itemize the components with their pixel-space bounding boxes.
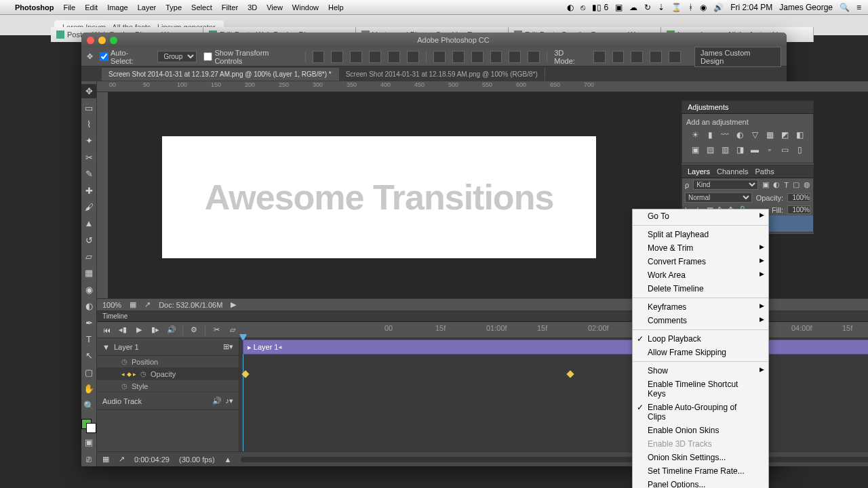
marquee-tool[interactable]: ▭ xyxy=(81,100,96,115)
menu-filter[interactable]: Filter xyxy=(222,3,238,12)
align-icon[interactable] xyxy=(369,51,381,63)
play-button[interactable]: ▶ xyxy=(132,324,146,336)
next-frame-button[interactable]: ▮▸ xyxy=(149,324,162,336)
timeline-track-area[interactable]: ▸ Layer 1 + + xyxy=(239,338,868,451)
3d-icon[interactable] xyxy=(650,51,662,63)
menu-item[interactable]: Convert Frames xyxy=(633,255,768,268)
menu-item[interactable]: Work Area xyxy=(633,268,768,282)
blend-mode[interactable]: Normal xyxy=(685,192,752,203)
doc-tab[interactable]: Screen Shot 2014-01-31 at 12.18.59 AM.pn… xyxy=(339,68,545,81)
menu-type[interactable]: Type xyxy=(165,3,182,12)
crop-tool[interactable]: ✂ xyxy=(81,150,96,165)
prop-style[interactable]: ◷Style xyxy=(97,380,239,392)
filter-kind[interactable]: Kind xyxy=(693,180,758,190)
canvas[interactable]: Awesome Transitions xyxy=(162,136,596,258)
keyframe[interactable] xyxy=(566,370,574,378)
curves-icon[interactable]: 〰 xyxy=(719,129,731,141)
prop-opacity[interactable]: ◂ ◆ ▸◷Opacity xyxy=(97,368,239,380)
menu-item[interactable]: Delete Timeline xyxy=(633,282,768,296)
notification-icon[interactable]: ≡ xyxy=(856,3,861,12)
history-brush-tool[interactable]: ↺ xyxy=(81,233,96,247)
hue-icon[interactable]: ▦ xyxy=(764,129,776,141)
user-name[interactable]: James George xyxy=(779,3,833,12)
gradient-map-icon[interactable]: ▭ xyxy=(778,144,791,156)
distribute-icon[interactable] xyxy=(528,51,540,63)
mixer-icon[interactable]: ▤ xyxy=(704,144,716,156)
menu-item[interactable]: Onion Skin Settings... xyxy=(633,451,768,464)
split-button[interactable]: ✂ xyxy=(210,324,223,336)
menu-item[interactable]: Enable Onion Skins xyxy=(633,424,768,437)
menu-item[interactable]: Set Timeline Frame Rate... xyxy=(633,464,768,478)
close-button[interactable] xyxy=(87,37,94,44)
photo-filter-icon[interactable]: ▣ xyxy=(689,144,701,156)
menu-item[interactable]: Allow Frame Skipping xyxy=(633,346,768,359)
menu-window[interactable]: Window xyxy=(292,3,319,12)
menu-3d[interactable]: 3D xyxy=(248,3,257,12)
filter-icon[interactable]: ◍ xyxy=(804,180,810,189)
selective-icon[interactable]: ▯ xyxy=(793,144,806,156)
video-clip[interactable]: ▸ Layer 1 xyxy=(243,340,868,354)
fill-input[interactable] xyxy=(787,205,810,214)
balance-icon[interactable]: ◩ xyxy=(778,129,791,141)
status-icon[interactable]: ▦ xyxy=(130,300,136,309)
distribute-icon[interactable] xyxy=(452,51,465,63)
menu-item[interactable]: Enable Auto-Grouping of Clips xyxy=(633,401,768,424)
3d-icon[interactable] xyxy=(669,51,681,63)
3d-icon[interactable] xyxy=(631,51,643,63)
menu-file[interactable]: File xyxy=(63,3,75,12)
menu-item[interactable]: Panel Options... xyxy=(633,478,768,488)
opacity-input[interactable] xyxy=(787,193,810,202)
music-icon[interactable]: ♪▾ xyxy=(226,396,234,405)
prev-frame-button[interactable]: ◂▮ xyxy=(116,324,130,336)
move-tool[interactable]: ✥ xyxy=(81,84,96,98)
zoom-tool[interactable]: 🔍 xyxy=(81,398,96,412)
3d-icon[interactable] xyxy=(612,51,625,63)
filter-icon[interactable]: ◐ xyxy=(773,180,780,189)
exposure-icon[interactable]: ◐ xyxy=(734,129,746,141)
auto-select-group[interactable]: Group xyxy=(157,51,197,62)
hand-tool[interactable]: ✋ xyxy=(81,382,96,396)
dodge-tool[interactable]: ◐ xyxy=(81,299,96,313)
gradient-tool[interactable]: ▦ xyxy=(81,266,96,280)
transition-button[interactable]: ▱ xyxy=(226,324,239,336)
menu-help[interactable]: Help xyxy=(328,3,344,12)
convert-icon[interactable]: ▦ xyxy=(102,455,109,464)
settings-button[interactable]: ⚙ xyxy=(187,324,201,336)
zoom-level[interactable]: 100% xyxy=(102,301,121,309)
menu-item[interactable]: Enable Timeline Shortcut Keys xyxy=(633,378,768,401)
vibrance-icon[interactable]: ▽ xyxy=(749,129,761,141)
layers-tab[interactable]: Layers xyxy=(688,167,710,176)
healing-tool[interactable]: ✚ xyxy=(81,183,96,197)
invert-icon[interactable]: ◨ xyxy=(734,144,746,156)
posterize-icon[interactable]: ▬ xyxy=(749,144,761,156)
workspace-switcher[interactable]: James Custom Design xyxy=(694,47,781,67)
status-icon[interactable]: ↗ xyxy=(144,300,151,309)
pen-tool[interactable]: ✒ xyxy=(81,315,96,329)
align-icon[interactable] xyxy=(331,51,343,63)
collapse-icon[interactable]: ▼ xyxy=(102,343,110,351)
goto-start-button[interactable]: ⏮ xyxy=(100,324,113,336)
paths-tab[interactable]: Paths xyxy=(755,167,774,176)
menu-item[interactable]: Keyframes xyxy=(633,300,768,314)
render-icon[interactable]: ↗ xyxy=(119,455,125,464)
video-track-header[interactable]: ▼ Layer 1 ⊞▾ xyxy=(97,338,239,356)
menu-layer[interactable]: Layer xyxy=(138,3,157,12)
menu-item[interactable]: Move & Trim xyxy=(633,241,768,255)
align-icon[interactable] xyxy=(388,51,400,63)
doc-tab[interactable]: Screen Shot 2014-01-31 at 12.19.27 AM.pn… xyxy=(102,68,339,81)
levels-icon[interactable]: ▮ xyxy=(704,129,716,141)
stamp-tool[interactable]: ▲ xyxy=(81,216,96,230)
auto-select-checkbox[interactable]: Auto-Select: xyxy=(100,49,151,65)
track-menu-icon[interactable]: ⊞▾ xyxy=(223,342,233,351)
distribute-icon[interactable] xyxy=(490,51,502,63)
color-swatch[interactable] xyxy=(81,419,96,433)
distribute-icon[interactable] xyxy=(471,51,484,63)
minimize-button[interactable] xyxy=(98,37,106,44)
audio-button[interactable]: 🔊 xyxy=(165,324,178,336)
show-transform-checkbox[interactable]: Show Transform Controls xyxy=(203,49,298,65)
eraser-tool[interactable]: ▱ xyxy=(81,249,96,264)
3d-icon[interactable] xyxy=(593,51,606,63)
clock[interactable]: Fri 2:04 PM xyxy=(730,3,772,12)
channels-tab[interactable]: Channels xyxy=(717,167,748,176)
path-tool[interactable]: ↖ xyxy=(81,348,96,363)
